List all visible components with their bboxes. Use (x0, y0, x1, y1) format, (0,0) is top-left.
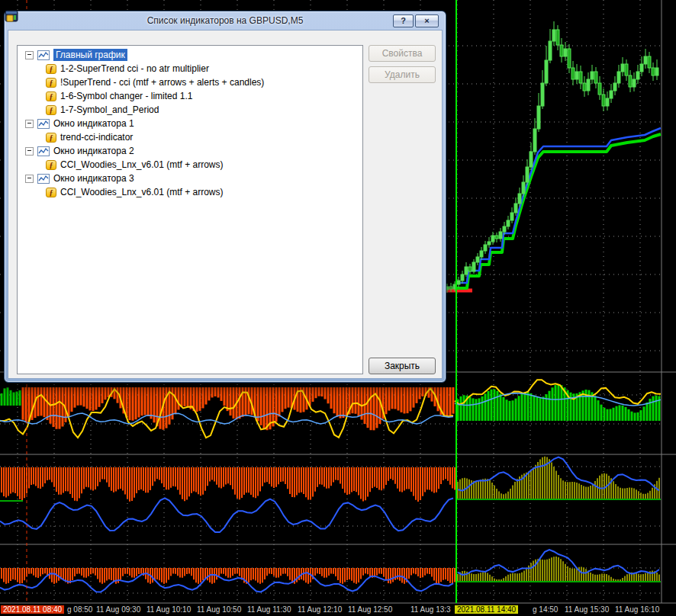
tree-label-selected: Главный график (53, 49, 127, 61)
tree-node-indicator-window-3[interactable]: Окно индикатора 3 (18, 172, 362, 185)
function-icon: ƒ (46, 133, 56, 143)
tree-item-cci-woodies-1[interactable]: ƒ CCI_Woodies_Lnx_v6.01 (mtf + arrows) (18, 158, 362, 172)
tree-item-symbol-and-period[interactable]: ƒ 1-7-Symbol_and_Period (18, 103, 362, 117)
tree-item-cci-woodies-2[interactable]: ƒ CCI_Woodies_Lnx_v6.01 (mtf + arrows) (18, 185, 362, 199)
time-label: 11 Aug 11:30 (247, 605, 291, 614)
tree-node-main-chart[interactable]: Главный график (18, 48, 362, 62)
tree-label: CCI_Woodies_Lnx_v6.01 (mtf + arrows) (60, 187, 224, 197)
time-label: 11 Aug 09:30 (96, 605, 140, 614)
tree-item-trend-cci[interactable]: ƒ trend-cci-indicator (18, 130, 362, 144)
close-button[interactable]: Закрыть (369, 358, 436, 374)
time-label: g 14:50 (533, 605, 558, 614)
time-label: 11 Aug 15:30 (565, 605, 609, 614)
time-label: 11 Aug 16:10 (615, 605, 659, 614)
time-label-highlight-start: 2021.08.11 08:40 (1, 605, 64, 614)
chart-window-icon (37, 119, 50, 129)
function-icon: ƒ (46, 64, 56, 74)
time-label: 11 Aug 12:10 (298, 605, 342, 614)
chart-window-icon (37, 50, 50, 60)
function-icon: ƒ (46, 78, 56, 88)
collapse-icon[interactable] (25, 175, 34, 183)
tree-label: Окно индикатора 2 (53, 146, 134, 156)
app-icon (5, 9, 18, 23)
tree-item-supertrend-cci[interactable]: ƒ 1-2-SuperTrend cci - no atr multiplier (18, 62, 362, 75)
function-icon: ƒ (46, 91, 56, 101)
close-window-button[interactable]: × (415, 14, 439, 27)
time-label: 11 Aug 13:3 (410, 605, 451, 614)
tree-label: CCI_Woodies_Lnx_v6.01 (mtf + arrows) (60, 159, 224, 170)
tree-label: 1-7-Symbol_and_Period (60, 104, 159, 115)
collapse-icon[interactable] (25, 120, 34, 128)
properties-button[interactable]: Свойства (369, 45, 436, 62)
dialog-client-area: Главный график ƒ 1-2-SuperTrend cci - no… (8, 30, 443, 379)
dialog-title: Список индикаторов на GBPUSD,M5 (147, 15, 304, 26)
time-axis: 2021.08.11 08:40 g 08:50 11 Aug 09:30 11… (0, 604, 676, 616)
tree-label: trend-cci-indicator (60, 132, 133, 143)
tree-label: Окно индикатора 1 (53, 118, 134, 129)
function-icon: ƒ (46, 160, 56, 170)
collapse-icon[interactable] (25, 51, 34, 59)
time-label: 11 Aug 10:50 (197, 605, 241, 614)
tree-node-indicator-window-1[interactable]: Окно индикатора 1 (18, 117, 362, 130)
time-label: g 08:50 (67, 605, 92, 614)
tree-item-symbol-changer[interactable]: ƒ 1-6-Symbol changer - limited 1.1 (18, 89, 362, 103)
tree-label: !SuperTrend - cci (mtf + arrows + alerts… (60, 77, 264, 88)
metatrader-screen: 2021.08.11 08:40 g 08:50 11 Aug 09:30 11… (0, 0, 676, 616)
tree-label: Окно индикатора 3 (53, 173, 134, 184)
time-label: 11 Aug 12:50 (348, 605, 392, 614)
time-label: 11 Aug 10:10 (146, 605, 191, 614)
function-icon: ƒ (46, 105, 56, 115)
indicator-tree: Главный график ƒ 1-2-SuperTrend cci - no… (17, 45, 363, 374)
collapse-icon[interactable] (25, 147, 34, 156)
indicator-list-dialog: Список индикаторов на GBPUSD,M5 ? × Глав… (4, 11, 446, 383)
tree-item-supertrend-cci-mtf[interactable]: ƒ !SuperTrend - cci (mtf + arrows + aler… (18, 75, 362, 89)
time-label-highlight-crosshair: 2021.08.11 14:40 (455, 605, 518, 614)
tree-label: 1-6-Symbol changer - limited 1.1 (60, 91, 192, 101)
chart-window-icon (37, 146, 50, 156)
function-icon: ƒ (46, 188, 56, 197)
dialog-titlebar[interactable]: Список индикаторов на GBPUSD,M5 (5, 11, 446, 30)
tree-label: 1-2-SuperTrend cci - no atr multiplier (60, 63, 209, 74)
delete-button[interactable]: Удалить (369, 66, 436, 83)
tree-node-indicator-window-2[interactable]: Окно индикатора 2 (18, 144, 362, 158)
help-button[interactable]: ? (393, 14, 414, 27)
chart-window-icon (37, 174, 50, 184)
